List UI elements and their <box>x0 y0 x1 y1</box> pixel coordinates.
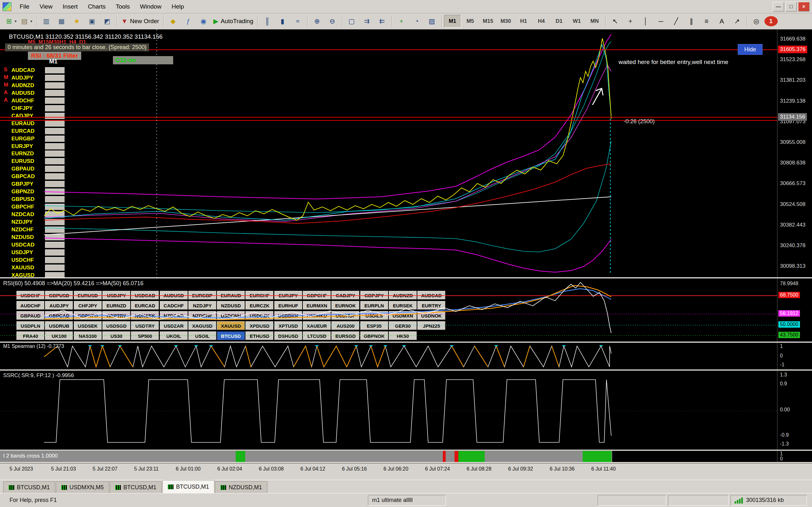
symbol-button-nzdchf[interactable] <box>45 227 65 233</box>
symbol-label-chfjpy[interactable]: CHFJPY <box>11 105 45 112</box>
symbol-label-nzdjpy[interactable]: NZDJPY <box>11 219 45 225</box>
timeframe-d1-button[interactable]: D1 <box>551 15 568 27</box>
symbol-label-eurcad[interactable]: EURCAD <box>11 128 45 134</box>
symbol-button-nzdusd[interactable] <box>45 234 65 240</box>
symbol-button-usdjpy[interactable] <box>45 249 65 256</box>
symbol-button-audusd[interactable] <box>45 90 65 96</box>
symbol-button-eurcad[interactable] <box>45 128 65 134</box>
chart-tab-3-btcusd-m1[interactable]: BTCUSD,M1 <box>162 480 214 493</box>
bands-cross-panel[interactable]: I 2 bands cross 1.0000 <box>0 451 777 462</box>
rsi-symbol-xaueur[interactable]: XAUEUR <box>303 321 331 330</box>
rsi-symbol-ltcusd[interactable]: LTCUSD <box>303 331 331 340</box>
candlestick-chart-button[interactable]: ▮ <box>275 15 290 27</box>
symbol-button-gbpchf[interactable] <box>45 204 65 210</box>
hide-button[interactable]: Hide <box>738 44 763 55</box>
rsi-symbol-cadchf[interactable]: CADCHF <box>160 301 188 309</box>
symbol-button-gbpjpy[interactable] <box>45 181 65 187</box>
zoom-out-button[interactable]: ⊖ <box>325 15 340 27</box>
rsi-symbol-eursek[interactable]: EURSEK <box>389 301 417 309</box>
symbol-button-xagusd[interactable] <box>45 272 65 277</box>
chart-tab-1-usdmxn-m5[interactable]: USDMXN,M5 <box>56 481 109 493</box>
rsi-symbol-eurcad[interactable]: EURCAD <box>131 301 159 309</box>
rsi-symbol-usdczk[interactable]: USDCZK <box>246 311 273 320</box>
symbol-label-usdchf[interactable]: USDCHF <box>11 257 45 263</box>
symbol-label-nzdusd[interactable]: NZDUSD <box>11 234 45 240</box>
rsi-symbol-nas100[interactable]: NAS100 <box>74 331 102 340</box>
rsi-symbol-gbpaud[interactable]: GBPAUD <box>16 311 44 320</box>
symbol-button-audchf[interactable] <box>45 98 65 104</box>
symbol-label-nzdcad[interactable]: NZDCAD <box>11 211 45 218</box>
rsi-symbol-usdchf[interactable]: USDCHF <box>16 291 44 299</box>
rsi-symbol-usdtry[interactable]: USDTRY <box>131 321 159 330</box>
rsi-symbol-euraud[interactable]: EURAUD <box>217 291 245 299</box>
rsi-symbol-usddkk[interactable]: USDDKK <box>274 311 302 320</box>
symbol-button-euraud[interactable] <box>45 120 65 127</box>
chart-tab-0-btcusd-m1[interactable]: BTCUSD,M1 <box>3 481 55 493</box>
symbol-button-eurnzd[interactable] <box>45 151 65 157</box>
rsi-symbol-eurhuf[interactable]: EURHUF <box>274 301 302 309</box>
rsi-symbol-usdils[interactable]: USDILS <box>360 311 388 320</box>
symbol-label-eurjpy[interactable]: EURJPY <box>11 143 45 150</box>
rsi-symbol-jpn225[interactable]: JPN225 <box>417 321 445 330</box>
symbol-label-eurusd[interactable]: EURUSD <box>11 158 45 164</box>
rsi-symbol-eurchf[interactable]: EURCHF <box>246 291 273 299</box>
rsi-symbol-xagusd[interactable]: XAGUSD <box>189 321 216 330</box>
periods-button[interactable]: ◔ <box>409 15 424 27</box>
terminal-button[interactable]: ▣ <box>85 15 99 27</box>
spearman-panel[interactable]: M1 Spearman (12) -0.7273 <box>0 343 777 370</box>
rsi-symbol-audjpy[interactable]: AUDJPY <box>45 301 73 309</box>
rsi-symbol-usdnok[interactable]: USDNOK <box>417 311 445 320</box>
symbol-button-eurjpy[interactable] <box>45 143 65 150</box>
rsi-symbol-usdsgd[interactable]: USDSGD <box>102 321 131 330</box>
search-button[interactable]: ◎ <box>749 15 764 27</box>
rsi-symbol-usdcnh[interactable]: USDCNH <box>217 311 245 320</box>
rsi-symbol-eurtry[interactable]: EURTRY <box>417 301 445 309</box>
symbol-button-gbpnzd[interactable] <box>45 188 65 195</box>
rsi-symbol-nzdcad[interactable]: NZDCAD <box>160 311 188 320</box>
arrows-button[interactable]: ↗ <box>730 15 745 27</box>
rsi-symbol-eurgbp[interactable]: EURGBP <box>189 291 216 299</box>
rsi-symbol-esp35[interactable]: ESP35 <box>360 321 388 330</box>
timeframe-m5-button[interactable]: M5 <box>462 15 479 27</box>
rsi-symbol-fra40[interactable]: FRA40 <box>16 331 44 340</box>
rsi-symbol-ger30[interactable]: GER30 <box>389 321 417 330</box>
symbol-button-xauusd[interactable] <box>45 265 65 271</box>
timeframe-h4-button[interactable]: H4 <box>533 15 550 27</box>
new-chart-button[interactable]: ⊞▾ <box>4 15 19 27</box>
rsi-symbol-usdsek[interactable]: USDSEK <box>74 321 102 330</box>
symbol-button-cadjpy[interactable] <box>45 113 65 119</box>
rsi-symbol-usdmxn[interactable]: USDMXN <box>389 311 417 320</box>
rsi-symbol-chfjpy[interactable]: CHFJPY <box>74 301 102 309</box>
menu-tools[interactable]: Tools <box>111 1 135 12</box>
symbol-label-gbpjpy[interactable]: GBPJPY <box>11 181 45 187</box>
symbol-label-gbpaud[interactable]: GBPAUD <box>11 166 45 172</box>
symbol-button-usdcad[interactable] <box>45 242 65 248</box>
rsi-symbol-eurpln[interactable]: EURPLN <box>360 301 388 309</box>
symbol-button-eurgbp[interactable] <box>45 135 65 142</box>
chart-shift-button[interactable]: ⇇ <box>375 15 390 27</box>
rsi-symbol-audnzd[interactable]: AUDNZD <box>389 291 417 299</box>
symbol-label-xagusd[interactable]: XAGUSD <box>11 272 45 277</box>
symbol-label-gbpusd[interactable]: GBPUSD <box>11 196 45 203</box>
rsi-symbol-dshusd[interactable]: DSHUSD <box>274 331 302 340</box>
symbol-button-gbpusd[interactable] <box>45 196 65 203</box>
symbol-label-eurgbp[interactable]: EURGBP <box>11 135 45 142</box>
new-order-button[interactable]: ▼New Order <box>119 15 161 27</box>
crosshair-button[interactable]: + <box>623 15 638 27</box>
market-watch-button[interactable]: ▥ <box>39 15 54 27</box>
rsi-symbol-gbpnzd[interactable]: GBPNZD <box>74 311 102 320</box>
menu-help[interactable]: Help <box>166 1 189 12</box>
fibonacci-button[interactable]: ≡ <box>699 15 714 27</box>
symbol-label-gbpnzd[interactable]: GBPNZD <box>11 188 45 195</box>
menu-window[interactable]: Window <box>135 1 166 12</box>
symbol-label-audchf[interactable]: AUDCHF <box>11 98 45 104</box>
rsi-symbol-ethusd[interactable]: ETHUSD <box>246 331 273 340</box>
rsi-symbol-audusd[interactable]: AUDUSD <box>160 291 188 299</box>
chart-tab-4-nzdusd-m1[interactable]: NZDUSD,M1 <box>215 481 267 493</box>
cursor-button[interactable]: ↖ <box>608 15 623 27</box>
timeframe-m15-button[interactable]: M15 <box>479 15 497 27</box>
rsi-symbol-usoil[interactable]: USOIL <box>189 331 216 340</box>
tile-windows-button[interactable]: ▢ <box>345 15 359 27</box>
rsi-symbol-gbptry[interactable]: GBPTRY <box>102 311 131 320</box>
indicators-button[interactable]: + <box>394 15 409 27</box>
